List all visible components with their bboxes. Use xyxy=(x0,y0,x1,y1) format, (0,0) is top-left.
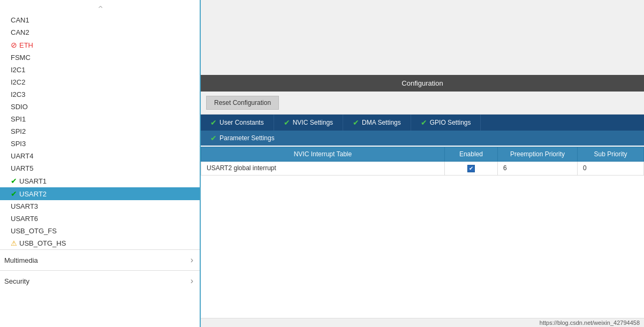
sidebar-item-usart6[interactable]: USART6 xyxy=(0,212,200,225)
sidebar-item-label: CAN2 xyxy=(11,28,29,36)
section-security: Security › xyxy=(0,270,200,291)
security-header[interactable]: Security › xyxy=(0,271,200,291)
tab-label: NVIC Settings xyxy=(293,119,333,126)
sidebar-item-uart5[interactable]: UART5 xyxy=(0,162,200,174)
sidebar-item-label: SPI1 xyxy=(11,115,26,123)
sidebar-item-label: SDIO xyxy=(11,103,28,111)
tabs-row: ✔User Constants✔NVIC Settings✔DMA Settin… xyxy=(201,115,644,131)
enabled-checkbox[interactable]: ✔ xyxy=(467,165,475,172)
reset-config-button[interactable]: Reset Configuration xyxy=(206,96,279,110)
warning-icon: ⚠ xyxy=(11,239,17,247)
config-title: Configuration xyxy=(401,79,443,87)
config-toolbar: Reset Configuration xyxy=(201,92,644,115)
tab-label: User Constants xyxy=(219,119,264,126)
nvic-table-container: NVIC Interrupt Table Enabled Preemption … xyxy=(201,146,644,176)
multimedia-chevron: › xyxy=(191,255,193,265)
col-interrupt-table: NVIC Interrupt Table xyxy=(201,147,445,162)
section-multimedia: Multimedia › xyxy=(0,249,200,270)
col-preemption: Preemption Priority xyxy=(498,147,578,162)
config-header: Configuration xyxy=(201,75,644,92)
col-enabled: Enabled xyxy=(444,147,497,162)
sidebar-item-label: USART1 xyxy=(19,177,47,185)
sidebar-item-label: USART2 xyxy=(19,190,47,198)
tab-check-icon: ✔ xyxy=(284,118,290,127)
sidebar-item-spi3[interactable]: SPI3 xyxy=(0,138,200,150)
sub-priority: 0 xyxy=(577,162,643,176)
main-top-area xyxy=(201,0,644,75)
error-icon: ⊘ xyxy=(11,41,17,49)
sidebar-item-can1[interactable]: CAN1 xyxy=(0,14,200,26)
sidebar-item-label: SPI2 xyxy=(11,127,26,135)
main-content: Configuration Reset Configuration ✔User … xyxy=(201,0,644,327)
tab-dma-settings[interactable]: ✔DMA Settings xyxy=(343,115,411,131)
security-label: Security xyxy=(4,277,29,285)
sidebar-item-can2[interactable]: CAN2 xyxy=(0,26,200,39)
sidebar-item-label: USB_OTG_HS xyxy=(19,239,66,247)
config-panel: Configuration Reset Configuration ✔User … xyxy=(201,75,644,318)
sidebar-item-i2c2[interactable]: I2C2 xyxy=(0,76,200,88)
tab-label: GPIO Settings xyxy=(430,119,471,126)
tab-nvic-settings[interactable]: ✔NVIC Settings xyxy=(274,115,343,131)
subtab-check-icon: ✔ xyxy=(210,134,217,142)
sidebar-item-label: ETH xyxy=(19,41,33,49)
col-sub-priority: Sub Priority xyxy=(577,147,643,162)
sidebar-item-label: SPI3 xyxy=(11,140,26,148)
subtab-label: Parameter Settings xyxy=(219,134,275,142)
interrupt-name: USART2 global interrupt xyxy=(201,162,445,176)
tab-check-icon: ✔ xyxy=(353,118,359,127)
sidebar-item-usart2[interactable]: ✔USART2 xyxy=(0,187,200,200)
scroll-up-arrow[interactable]: › xyxy=(0,0,200,14)
sidebar-item-spi2[interactable]: SPI2 xyxy=(0,125,200,138)
sidebar-item-usb_otg_hs[interactable]: ⚠USB_OTG_HS xyxy=(0,237,200,249)
sidebar-item-i2c1[interactable]: I2C1 xyxy=(0,64,200,76)
sidebar-item-eth[interactable]: ⊘ETH xyxy=(0,39,200,51)
sidebar-item-label: CAN1 xyxy=(11,16,29,24)
enabled-cell[interactable]: ✔ xyxy=(444,162,497,176)
status-url: https://blog.csdn.net/weixin_42794458 xyxy=(540,320,640,326)
sidebar-item-label: UART5 xyxy=(11,164,33,172)
sidebar-item-usart3[interactable]: USART3 xyxy=(0,200,200,212)
sidebar-item-label: USB_OTG_FS xyxy=(11,227,57,235)
sidebar-scroll: CAN1CAN2⊘ETHFSMCI2C1I2C2I2C3SDIOSPI1SPI2… xyxy=(0,14,200,327)
sidebar-item-usb_otg_fs[interactable]: USB_OTG_FS xyxy=(0,225,200,237)
subtab-parameter-settings[interactable]: ✔Parameter Settings xyxy=(201,131,284,146)
status-bar: https://blog.csdn.net/weixin_42794458 xyxy=(201,318,644,327)
sidebar-item-label: USART3 xyxy=(11,202,38,210)
tab-gpio-settings[interactable]: ✔GPIO Settings xyxy=(411,115,481,131)
tab-user-constants[interactable]: ✔User Constants xyxy=(201,115,274,131)
tab-check-icon: ✔ xyxy=(210,118,217,127)
check-icon: ✔ xyxy=(11,189,17,198)
sidebar-item-spi1[interactable]: SPI1 xyxy=(0,113,200,125)
multimedia-label: Multimedia xyxy=(4,256,38,264)
nvic-table: NVIC Interrupt Table Enabled Preemption … xyxy=(201,147,644,176)
sidebar-item-label: UART4 xyxy=(11,152,33,160)
security-chevron: › xyxy=(191,276,193,286)
sidebar-item-label: FSMC xyxy=(11,54,31,62)
tab-label: DMA Settings xyxy=(362,119,401,126)
tab-check-icon: ✔ xyxy=(421,118,427,127)
sidebar-item-label: I2C2 xyxy=(11,78,25,86)
subtab-row: ✔Parameter Settings xyxy=(201,131,644,146)
sidebar-item-label: USART6 xyxy=(11,215,38,223)
sidebar-item-label: I2C1 xyxy=(11,66,25,74)
sidebar: › CAN1CAN2⊘ETHFSMCI2C1I2C2I2C3SDIOSPI1SP… xyxy=(0,0,201,327)
sidebar-item-uart4[interactable]: UART4 xyxy=(0,150,200,162)
sidebar-item-label: I2C3 xyxy=(11,90,25,98)
sidebar-item-fsmc[interactable]: FSMC xyxy=(0,51,200,64)
table-row: USART2 global interrupt✔60 xyxy=(201,162,644,176)
sidebar-item-usart1[interactable]: ✔USART1 xyxy=(0,174,200,187)
preemption-priority: 6 xyxy=(498,162,578,176)
sidebar-item-sdio[interactable]: SDIO xyxy=(0,101,200,113)
multimedia-header[interactable]: Multimedia › xyxy=(0,250,200,270)
sidebar-item-i2c3[interactable]: I2C3 xyxy=(0,88,200,101)
check-icon: ✔ xyxy=(11,177,17,185)
